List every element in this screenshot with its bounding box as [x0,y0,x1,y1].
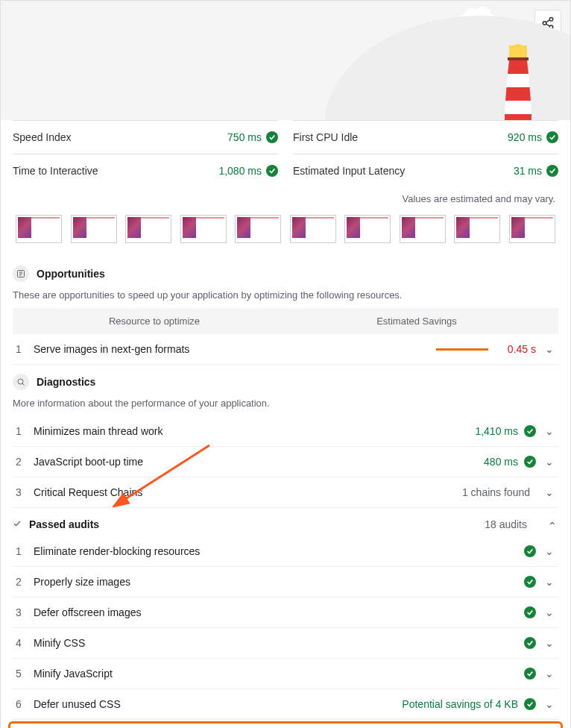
col-resource: Resource to optimize [23,316,286,327]
diagnostic-value: 1,410 ms [475,425,518,437]
opportunities-icon [13,266,29,282]
filmstrip [1,215,570,257]
opportunity-row[interactable]: 1 Serve images in next-gen formats 0.45 … [13,334,558,365]
diagnostics-header: Diagnostics [13,365,558,395]
diagnostic-row[interactable]: 1Minimizes main thread work1,410 ms⌄ [13,416,558,447]
passed-audit-row[interactable]: 1Eliminate render-blocking resources⌄ [13,536,558,567]
pass-icon [524,576,536,588]
row-label: Minimizes main thread work [34,425,475,437]
passed-audits-header[interactable]: Passed audits 18 audits ⌃ [13,508,558,536]
row-label: Minify JavaScript [34,668,524,680]
svg-point-0 [549,18,553,22]
row-label: Defer unused CSS [34,698,402,710]
chevron-down-icon: ⌄ [543,456,555,468]
passed-audit-row[interactable]: 7Efficiently encode images⌄ [8,721,563,728]
metric-speed-index: Speed Index 750 ms [13,120,278,154]
filmstrip-thumb[interactable] [290,215,336,243]
filmstrip-thumb[interactable] [180,215,227,243]
row-label: Properly size images [34,576,524,588]
savings-value: 0.45 s [497,343,536,355]
filmstrip-thumb[interactable] [400,215,446,243]
section-desc: These are opportunities to speed up your… [13,286,558,308]
row-number: 3 [16,606,34,618]
filmstrip-thumb[interactable] [509,215,555,243]
passed-audit-row[interactable]: 2Properly size images⌄ [13,567,558,597]
pass-icon [546,131,558,143]
pass-icon [524,668,536,680]
pass-icon [524,637,536,649]
lighthouse-icon [496,31,540,120]
svg-marker-13 [505,114,531,120]
row-number: 3 [16,486,34,498]
chevron-down-icon: ⌄ [543,545,555,557]
filmstrip-thumb[interactable] [16,215,62,243]
chevron-down-icon: ⌄ [543,576,555,588]
opportunities-columns: Resource to optimize Estimated Savings [13,308,558,334]
passed-audit-row[interactable]: 6Defer unused CSSPotential savings of 4 … [13,689,558,720]
section-title: Opportunities [37,268,105,280]
opportunities-header: Opportunities [13,257,558,286]
pass-icon [524,606,536,618]
section-desc: More information about the performance o… [13,395,558,416]
pass-icon [524,698,536,710]
check-icon [13,518,22,530]
metric-value: 750 ms [227,131,262,143]
diagnostic-row[interactable]: 2JavaScript boot-up time480 ms⌄ [13,447,558,477]
savings-indicator: 0.45 s [436,343,536,355]
filmstrip-thumb[interactable] [235,215,281,243]
row-number: 1 [16,343,34,355]
passed-audit-row[interactable]: 5Minify JavaScript⌄ [13,659,558,689]
metric-label: First CPU Idle [293,131,358,143]
row-label: Eliminate render-blocking resources [34,545,524,557]
chevron-up-icon: ⌃ [546,520,558,532]
pass-icon [524,456,536,468]
row-number: 2 [16,456,34,468]
row-number: 1 [16,545,34,557]
pass-icon [524,545,536,557]
metric-label: Speed Index [13,131,72,143]
metric-label: Estimated Input Latency [293,165,405,177]
pass-icon [524,425,536,437]
chevron-down-icon: ⌄ [543,668,555,680]
metric-tti: Time to Interactive 1,080 ms [13,154,278,187]
row-number: 1 [16,425,34,437]
row-number: 5 [16,668,34,680]
row-number: 6 [16,698,34,710]
row-label: Minify CSS [34,637,524,649]
filmstrip-thumb[interactable] [125,215,171,243]
row-label: Serve images in next-gen formats [34,343,436,355]
diagnostic-row[interactable]: 3Critical Request Chains1 chains found⌄ [13,477,558,508]
metric-input-latency: Estimated Input Latency 31 ms [293,154,558,187]
svg-marker-9 [508,60,529,74]
row-label: Defer offscreen images [34,606,524,618]
svg-line-3 [546,20,549,22]
filmstrip-thumb[interactable] [71,215,117,243]
filmstrip-thumb[interactable] [344,215,391,243]
svg-marker-10 [505,87,531,101]
pass-icon [266,165,278,177]
savings-bar [436,348,488,351]
metric-value: 920 ms [508,131,542,143]
audit-note: Potential savings of 4 KB [402,698,518,710]
row-label: JavaScript boot-up time [34,456,484,468]
passed-count: 18 audits [485,518,527,530]
row-number: 2 [16,576,34,588]
diagnostic-value: 1 chains found [462,486,530,498]
pass-icon [546,165,558,177]
passed-audit-row[interactable]: 4Minify CSS⌄ [13,628,558,659]
svg-rect-6 [509,46,527,57]
metric-label: Time to Interactive [13,165,98,177]
metric-first-cpu-idle: First CPU Idle 920 ms [293,120,558,154]
svg-line-16 [22,383,25,386]
diagnostic-value: 480 ms [484,456,518,468]
chevron-down-icon: ⌄ [543,343,555,355]
chevron-down-icon: ⌄ [543,606,555,618]
row-number: 4 [16,637,34,649]
svg-rect-7 [508,57,529,60]
metric-value: 31 ms [514,165,542,177]
section-title: Diagnostics [37,376,95,388]
filmstrip-thumb[interactable] [454,215,500,243]
passed-audit-row[interactable]: 3Defer offscreen images⌄ [13,597,558,628]
diagnostics-icon [13,374,29,390]
col-savings: Estimated Savings [286,316,548,327]
